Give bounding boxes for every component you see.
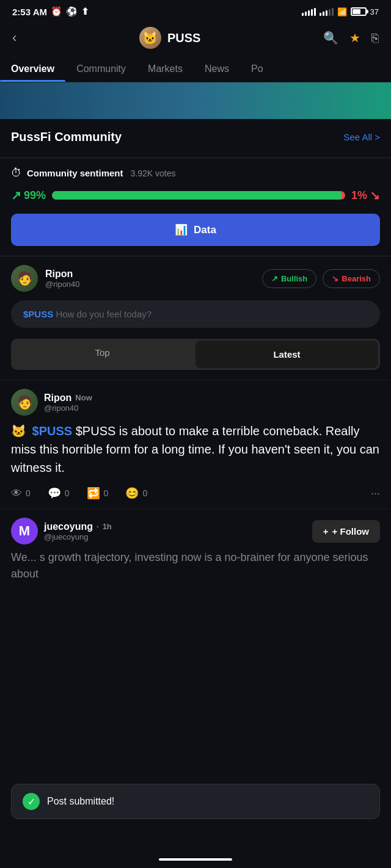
signal-bars-2 — [320, 8, 334, 16]
share-icon[interactable]: ⎘ — [371, 31, 379, 45]
signal-bars — [302, 8, 316, 16]
post-item-1: 🧑 Ripon Now @ripon40 🐱 $PUSS $PUSS is ab… — [0, 380, 391, 508]
comments-count: 0 — [65, 488, 70, 498]
bearish-label: Bearish — [342, 274, 371, 283]
post2-time: · — [97, 522, 99, 531]
toast-notification: ✓ Post submitted! — [11, 784, 380, 819]
tab-community[interactable]: Community — [65, 56, 137, 82]
tab-news[interactable]: News — [194, 56, 240, 82]
data-button[interactable]: 📊 Data — [11, 214, 380, 246]
bearish-button[interactable]: ↘ Bearish — [323, 269, 380, 288]
retweet-button[interactable]: 🔁 0 — [87, 486, 109, 500]
status-bar: 2:53 AM ⏰ ⚽ ⬆ 📶 37 — [0, 0, 391, 22]
post2-avatar: M — [11, 518, 38, 544]
sentiment-header: ⏱ Community sentiment 3.92K votes — [0, 158, 391, 186]
battery-pct: 37 — [370, 7, 379, 16]
post1-handle: @ripon40 — [44, 403, 92, 413]
favorite-icon[interactable]: ★ — [349, 31, 360, 45]
tab-bar: Overview Community Markets News Po — [0, 56, 391, 82]
plus-icon: + — [323, 526, 329, 537]
post1-username: Ripon Now — [44, 392, 92, 403]
post1-emoji: 🐱 — [11, 424, 26, 438]
vote-buttons: ↗ Bullish ↘ Bearish — [262, 269, 380, 288]
post2-user-meta: juecoyung · 1h @juecoyung — [44, 521, 112, 541]
soccer-icon: ⚽ — [66, 6, 78, 17]
token-icon: 🐱 — [139, 27, 161, 49]
community-title: PussFi Community — [11, 130, 122, 144]
comment-icon: 💬 — [48, 486, 61, 500]
bearish-arrow: ↘ — [370, 188, 380, 203]
time-display: 2:53 AM — [12, 7, 47, 17]
banner-image — [0, 82, 391, 119]
bullish-arrow: ↗ — [11, 188, 21, 203]
post1-avatar: 🧑 — [11, 389, 38, 416]
comments-button[interactable]: 💬 0 — [48, 486, 70, 500]
eye-icon: 👁 — [11, 487, 22, 500]
post2-header-left: M juecoyung · 1h @juecoyung — [11, 518, 112, 544]
sentiment-label: Community sentiment — [27, 168, 123, 178]
tab-more[interactable]: Po — [240, 56, 274, 82]
follow-button[interactable]: + + Follow — [312, 520, 380, 543]
section-header: PussFi Community See All > — [11, 130, 380, 144]
post2-header: M juecoyung · 1h @juecoyung + + Follow — [11, 518, 380, 544]
emoji-add-icon: 😊 — [125, 486, 139, 500]
user-handle: @ripon40 — [45, 280, 80, 289]
bullish-button[interactable]: ↗ Bullish — [262, 269, 316, 288]
post2-time-val: 1h — [103, 522, 112, 531]
post-input-row: $PUSS How do you feel today? — [0, 298, 391, 336]
bullish-icon: ↗ — [271, 274, 278, 283]
page-title: 🐱 PUSS — [139, 27, 200, 49]
user-details: Ripon @ripon40 — [45, 269, 80, 289]
more-button[interactable]: ··· — [371, 487, 380, 500]
home-bar — [159, 858, 232, 861]
see-all-button[interactable]: See All > — [343, 132, 380, 142]
bearish-icon: ↘ — [332, 274, 338, 283]
toggle-tab-top[interactable]: Top — [11, 339, 194, 370]
status-indicators: 📶 37 — [302, 7, 379, 16]
reaction-button[interactable]: 😊 0 — [125, 486, 147, 500]
reactions-count: 0 — [142, 488, 147, 498]
top-navigation: ‹ 🐱 PUSS 🔍 ★ ⎘ — [0, 22, 391, 56]
post1-actions: 👁 0 💬 0 🔁 0 😊 0 ··· — [11, 486, 380, 500]
post-placeholder: How do you feel today? — [56, 309, 152, 319]
toggle-tabs: Top Latest — [11, 339, 380, 370]
avatar-image: 🧑 — [11, 265, 38, 292]
tab-overview[interactable]: Overview — [0, 56, 65, 82]
user-avatar: 🧑 — [11, 265, 38, 292]
retweet-icon: 🔁 — [87, 486, 100, 500]
post1-ticker: $PUSS — [32, 424, 73, 438]
wifi-icon: 📶 — [337, 7, 347, 16]
post1-content: 🐱 $PUSS $PUSS is about to make a terribl… — [11, 422, 380, 477]
user-row: 🧑 Ripon @ripon40 ↗ Bullish ↘ Bearish — [0, 256, 391, 298]
post2-username: juecoyung · 1h — [44, 521, 112, 532]
nav-actions: 🔍 ★ ⎘ — [323, 31, 379, 45]
votes-count: 3.92K votes — [131, 168, 176, 178]
post-input[interactable]: $PUSS How do you feel today? — [11, 300, 380, 328]
sentiment-bar — [52, 191, 345, 200]
bearish-value: 1% — [351, 189, 367, 202]
post-ticker: $PUSS — [23, 309, 53, 319]
post1-time: Now — [75, 393, 92, 402]
follow-label: + Follow — [332, 526, 369, 537]
toggle-tab-latest[interactable]: Latest — [196, 341, 378, 368]
search-icon[interactable]: 🔍 — [323, 31, 338, 45]
bullish-label: Bullish — [281, 274, 307, 283]
community-section: PussFi Community See All > — [0, 119, 391, 157]
views-button[interactable]: 👁 0 — [11, 487, 31, 500]
toast-check-icon: ✓ — [23, 793, 40, 810]
views-count: 0 — [26, 488, 31, 498]
post2-handle: @juecoyung — [44, 532, 112, 541]
post-item-2: M juecoyung · 1h @juecoyung + + Follow W… — [0, 508, 391, 587]
toast-message: Post submitted! — [47, 796, 114, 807]
home-indicator — [0, 851, 391, 868]
post1-avatar-img: 🧑 — [11, 389, 38, 416]
upload-icon: ⬆ — [81, 6, 89, 17]
post2-content: We... s growth trajectory, investing now… — [11, 549, 380, 582]
bullish-value: 99% — [24, 189, 46, 202]
sentiment-bar-row: ↗ 99% 1% ↘ — [0, 186, 391, 211]
bearish-pct: 1% ↘ — [351, 188, 380, 203]
token-name: PUSS — [167, 31, 200, 45]
retweets-count: 0 — [104, 488, 109, 498]
back-button[interactable]: ‹ — [12, 30, 16, 46]
tab-markets[interactable]: Markets — [137, 56, 194, 82]
